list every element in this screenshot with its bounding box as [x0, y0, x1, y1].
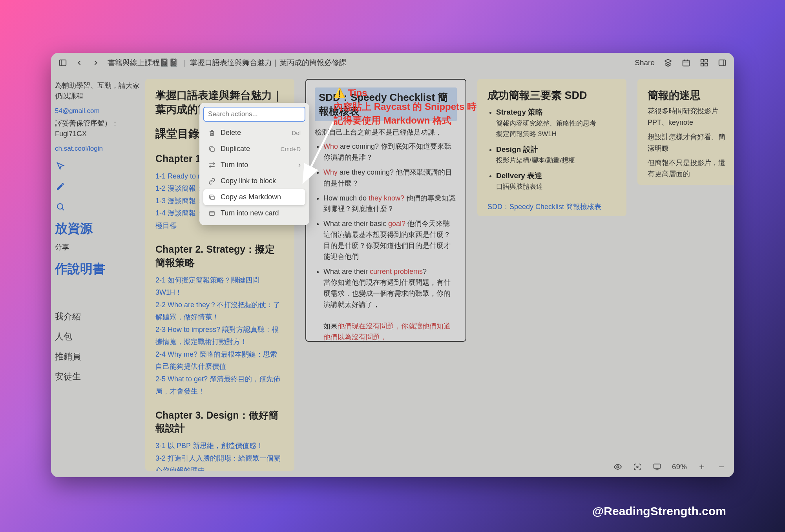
myth-line: 想設計怎樣才會好看、簡潔明瞭 — [648, 131, 729, 154]
category-block: Strategy 策略 簡報內容研究統整、策略性的思考 擬定簡報策略 3W1H — [496, 106, 616, 140]
nav-back-icon[interactable] — [75, 58, 84, 67]
zoom-in-icon[interactable]: + — [697, 462, 706, 472]
sidebar-sub-share: 分享 — [55, 242, 141, 253]
sidebar-item[interactable]: 我介紹 — [55, 310, 141, 323]
sidebar-note: 為輔助學習、互動，請大家仍以課程 — [55, 80, 141, 102]
chapter-title-3: Chapter 3. Design：做好簡報設計 — [155, 409, 284, 435]
footer-link[interactable]: SDD：Speedy Checklist 簡報檢核表 — [487, 203, 601, 211]
card-sdd[interactable]: 成功簡報三要素 SDD Strategy 策略 簡報內容研究統整、策略性的思考 … — [477, 79, 626, 216]
category-block: Design 設計 投影片架構/腳本/動畫/想梗 — [496, 144, 616, 166]
toc-link[interactable]: 2-5 What to get? 釐清最終目的，預先佈局，才會發生！ — [155, 373, 284, 398]
card-myths[interactable]: 簡報的迷思 花很多時間研究投影片 PPT、keynote 想設計怎樣才會好看、簡… — [637, 79, 734, 185]
watermark: @ReadingStrength.com — [592, 505, 726, 518]
toc-link[interactable]: 2-4 Why me? 策略的最根本關鍵：思索自己能夠提供什麼價值 — [155, 348, 284, 373]
svg-rect-5 — [705, 64, 707, 66]
zoom-out-icon[interactable]: − — [717, 462, 726, 472]
toc-link[interactable]: 2-2 Who are they？不打沒把握的仗：了解聽眾，做好情蒐！ — [155, 299, 284, 324]
sidebar-item[interactable]: 推銷員 — [55, 350, 141, 363]
turn-into-icon — [208, 161, 216, 169]
card-title: 簡報的迷思 — [648, 88, 729, 102]
list-item: How much do they know? 他們的專業知識到哪裡？到底懂什麼？ — [323, 193, 457, 215]
svg-point-9 — [637, 466, 638, 468]
chapter-title-2: Chapter 2. Strategy：擬定簡報策略 — [155, 243, 284, 270]
presentation-icon[interactable] — [652, 462, 662, 472]
inline-link[interactable]: 擬定簡報策略 3W1H — [496, 130, 557, 138]
panel-icon[interactable] — [717, 58, 727, 67]
breadcrumb-sep: | — [183, 58, 185, 67]
sidebar-email-link[interactable]: 54@gmail.com — [55, 107, 141, 115]
sidebar-login-link[interactable]: ch.sat.cool/login — [55, 145, 141, 153]
toc-link[interactable]: 2-1 如何擬定簡報策略？關鍵四問 3W1H！ — [155, 274, 284, 299]
sidebar-item[interactable]: 安徒生 — [55, 370, 141, 383]
breadcrumb[interactable]: 書籍與線上課程📓📓 | 掌握口語表達與舞台魅力｜葉丙成的簡報必修課 — [108, 58, 347, 68]
toc-link[interactable]: 2-3 How to impress? 讓對方認真聽：根據情蒐，擬定戰術打動對方… — [155, 324, 284, 348]
zoom-level[interactable]: 69% — [672, 463, 687, 471]
svg-rect-3 — [705, 60, 707, 62]
svg-rect-6 — [719, 60, 726, 66]
menu-item-turn-into[interactable]: Turn into › — [203, 157, 305, 173]
svg-rect-2 — [701, 60, 703, 62]
stack-icon[interactable] — [663, 58, 673, 67]
svg-rect-12 — [211, 196, 214, 200]
markdown-icon — [208, 193, 216, 201]
link-icon — [208, 177, 216, 185]
sidebar-heading-manual: 作說明書 — [55, 261, 141, 278]
svg-rect-4 — [701, 64, 703, 66]
breadcrumb-item-1[interactable]: 書籍與線上課程📓📓 — [108, 58, 179, 68]
share-button[interactable]: Share — [635, 58, 655, 67]
category-block: Delivery 表達 口語與肢體表達 — [496, 170, 616, 192]
card-icon — [208, 210, 216, 217]
menu-search-input[interactable] — [203, 107, 305, 122]
menu-item-turn-new-card[interactable]: Turn into new card — [203, 205, 305, 221]
toc-link[interactable]: 3-2 打造引人入勝的開場：給觀眾一個關心你簡報的理由 — [155, 452, 284, 471]
search-icon[interactable] — [55, 201, 66, 212]
svg-rect-13 — [210, 211, 214, 215]
breadcrumb-item-2[interactable]: 掌握口語表達與舞台魅力｜葉丙成的簡報必修課 — [190, 58, 347, 68]
svg-rect-1 — [683, 60, 690, 66]
toolbar: 書籍與線上課程📓📓 | 掌握口語表達與舞台魅力｜葉丙成的簡報必修課 Share — [51, 53, 734, 73]
calendar-icon[interactable] — [681, 58, 691, 67]
svg-rect-0 — [60, 60, 66, 66]
menu-item-duplicate[interactable]: Duplicate Cmd+D — [203, 141, 305, 157]
sidebar: 為輔助學習、互動，請大家仍以課程 54@gmail.com 譯妥善保管序號）：F… — [51, 73, 145, 477]
list-item: Why are they coming? 他們來聽演講的目的是什麼？ — [323, 167, 457, 189]
card-title: 成功簡報三要素 SDD — [487, 88, 616, 102]
cursor-icon[interactable] — [55, 160, 66, 171]
content-area: 為輔助學習、互動，請大家仍以課程 54@gmail.com 譯妥善保管序號）：F… — [51, 73, 734, 477]
duplicate-icon — [208, 145, 216, 153]
sidebar-item[interactable]: 人包 — [55, 330, 141, 343]
pencil-icon[interactable] — [55, 181, 66, 192]
svg-point-7 — [57, 204, 63, 209]
list-item: What are their basic goal? 他們今天來聽這個演講最基本… — [323, 219, 457, 262]
sidebar-heading-resources: 放資源 — [55, 220, 141, 237]
toc-link[interactable]: 3-1 以 PBP 新思維，創造價值感！ — [155, 440, 284, 452]
svg-rect-11 — [211, 148, 214, 151]
context-menu[interactable]: Delete Del Duplicate Cmd+D Turn into › C… — [199, 103, 309, 225]
myth-line: 花很多時間研究投影片 PPT、keynote — [648, 106, 729, 128]
focus-icon[interactable] — [633, 462, 642, 472]
nav-forward-icon[interactable] — [91, 58, 100, 67]
bottom-bar: 69% + − — [613, 462, 726, 472]
list-item: Who are coming? 你到底知不知道要來聽你演講的是誰？ — [323, 141, 457, 163]
menu-item-copy-markdown[interactable]: Copy as Markdown — [203, 189, 305, 205]
grid-icon[interactable] — [699, 58, 709, 67]
svg-rect-10 — [654, 464, 661, 468]
myth-line: 但簡報不只是投影片，還有更高層面的 — [648, 157, 729, 180]
svg-point-8 — [617, 466, 619, 468]
arrow-annotation — [298, 118, 341, 188]
menu-item-delete[interactable]: Delete Del — [203, 125, 305, 141]
trash-icon — [208, 129, 216, 137]
sidebar-invite: 譯妥善保管序號）：Fugl71GX — [55, 118, 141, 139]
eye-icon[interactable] — [613, 462, 623, 472]
tips-annotation: ⚠️ Tips 內容貼上 Raycast 的 Snippets 時 記得要使用 … — [334, 86, 476, 127]
list-item: What are their current problems?當你知道他們現在… — [323, 266, 457, 342]
menu-item-copy-link[interactable]: Copy link to block — [203, 173, 305, 189]
sidebar-toggle-icon[interactable] — [58, 58, 68, 67]
